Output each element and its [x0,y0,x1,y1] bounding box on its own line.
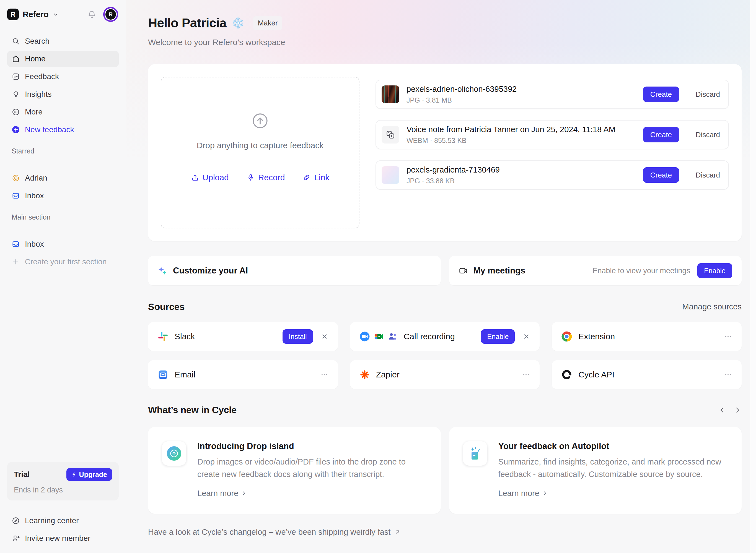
trial-card: Trial Upgrade Ends in 2 days [7,462,119,500]
enable-call-recording-button[interactable]: Enable [481,329,515,344]
sidebar-item-search[interactable]: Search [7,33,119,49]
learning-center-link[interactable]: Learning center [7,512,119,529]
create-button[interactable]: Create [643,127,679,142]
user-avatar[interactable]: R [106,9,116,20]
more-icon [12,108,20,116]
more-options-icon[interactable] [320,371,329,379]
discard-button[interactable]: Discard [696,131,720,139]
source-card-cycle-api[interactable]: Cycle API [552,360,742,389]
feedback-item-meta: JPG · 33.88 KB [407,177,636,185]
enable-meetings-button[interactable]: Enable [697,263,732,278]
my-meetings-card: My meetings Enable to view your meetings… [449,256,742,285]
plus-circle-icon [12,126,20,134]
sources-grid: Slack Install Call recording Enable [148,322,742,389]
learn-more-link[interactable]: Learn more [197,489,427,498]
search-icon [12,37,20,45]
pending-feedback-list: pexels-adrien-olichon-6395392 JPG · 3.81… [375,77,729,228]
invite-member-link[interactable]: Invite new member [7,530,119,546]
zapier-icon [359,370,370,380]
feedback-item[interactable]: pexels-gradienta-7130469 JPG · 33.88 KB … [375,160,729,190]
source-card-extension[interactable]: Extension [552,322,742,351]
record-button[interactable]: Record [247,173,285,182]
sidebar-item-home[interactable]: Home [7,51,119,67]
feedback-item[interactable]: Voice note from Patricia Tanner on Jun 2… [375,120,729,149]
whats-new-card-autopilot: Your feedback on Autopilot Summarize, fi… [449,427,742,514]
sidebar-item-label: Insights [25,90,52,99]
app-window: R Refero R Search Home Feedback [0,0,756,553]
carousel-next-button[interactable] [733,406,742,414]
dropzone[interactable]: Drop anything to capture feedback Upload… [161,77,359,228]
carousel-prev-button[interactable] [718,406,726,414]
create-section-button[interactable]: Create your first section [7,254,119,270]
manage-sources-link[interactable]: Manage sources [682,302,742,311]
source-name: Call recording [404,332,455,341]
video-camera-icon [459,266,468,275]
link-label: Link [314,173,329,182]
upgrade-button[interactable]: Upgrade [66,468,112,481]
feedback-item-meta: JPG · 3.81 MB [407,96,636,104]
upload-circle-icon [251,112,269,130]
chrome-icon [561,331,572,342]
zoom-icon [359,331,370,342]
more-options-icon[interactable] [522,371,530,379]
changelog-link[interactable]: Have a look at Cycle’s changelog – we’ve… [148,528,742,537]
learn-more-link[interactable]: Learn more [498,489,728,498]
sidebar-item-label: Search [25,37,50,46]
record-label: Record [258,173,285,182]
inbox-icon [12,240,20,248]
link-button[interactable]: Link [302,173,329,182]
upload-icon [191,173,199,182]
compass-icon [12,517,20,525]
workspace-switcher[interactable]: R Refero [7,9,59,20]
sidebar-item-label: Feedback [25,72,59,81]
whats-new-card-body: Summarize, find insights, categorize, an… [498,456,728,481]
sidebar-item-feedback[interactable]: Feedback [7,69,119,85]
notifications-button[interactable] [87,10,96,19]
sidebar-item-inbox-starred[interactable]: Inbox [7,188,119,204]
feedback-item-title: pexels-gradienta-7130469 [407,165,636,174]
google-meet-icon [373,331,384,342]
discard-button[interactable]: Discard [696,90,720,99]
starred-list: Adrian Inbox [7,170,119,204]
page-title: Hello Patricia [148,15,226,30]
plus-icon [12,258,20,266]
source-card-call-recording[interactable]: Call recording Enable [350,322,540,351]
create-button[interactable]: Create [643,167,679,183]
source-card-slack[interactable]: Slack Install [148,322,338,351]
lightning-icon [71,472,77,477]
source-name: Cycle API [578,370,614,379]
starred-item-label: Adrian [25,174,47,182]
install-slack-button[interactable]: Install [282,329,313,344]
sidebar-item-more[interactable]: More [7,104,119,120]
sidebar-item-inbox-main[interactable]: Inbox [7,236,119,252]
image-thumbnail [382,85,399,103]
arrow-up-right-icon [394,529,401,536]
upload-button[interactable]: Upload [191,173,229,182]
inbox-icon [12,191,20,200]
close-icon[interactable] [321,333,329,340]
more-options-icon[interactable] [724,371,732,379]
bell-icon [87,10,96,19]
sidebar-item-adrian[interactable]: Adrian [7,170,119,186]
source-name: Email [175,370,195,379]
source-card-zapier[interactable]: Zapier [350,360,540,389]
sidebar-item-insights[interactable]: Insights [7,86,119,102]
sparkles-icon [157,266,167,276]
source-card-email[interactable]: Email [148,360,338,389]
workspace-name: Refero [23,10,49,19]
close-icon[interactable] [523,333,530,340]
feedback-item[interactable]: pexels-adrien-olichon-6395392 JPG · 3.81… [375,80,729,109]
feedback-icon [12,72,20,81]
home-icon [12,55,20,63]
whats-new-title: What’s new in Cycle [148,404,236,415]
create-button[interactable]: Create [643,87,679,102]
new-feedback-button[interactable]: New feedback [7,122,119,138]
scrollbar-track[interactable] [750,0,756,553]
learning-center-label: Learning center [25,516,79,525]
discard-button[interactable]: Discard [696,171,720,179]
media-thumbnail [382,126,399,144]
customize-ai-card[interactable]: Customize your AI [148,256,441,285]
more-options-icon[interactable] [724,332,732,341]
whats-new-card-drop-island: Introducing Drop island Drop images or v… [148,427,441,514]
my-meetings-title: My meetings [474,266,526,276]
